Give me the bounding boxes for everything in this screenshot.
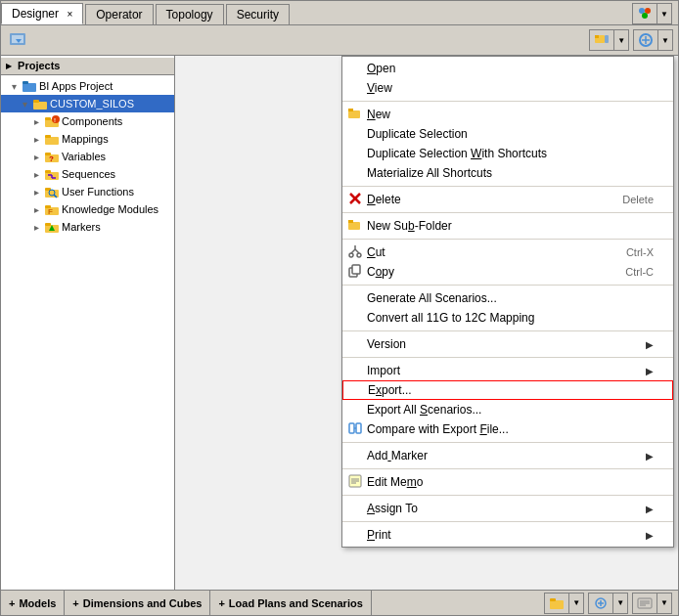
svg-rect-41 xyxy=(348,109,353,111)
menu-item-version[interactable]: Version ▶ xyxy=(342,334,673,354)
bottom-right-btn-3[interactable]: ▼ xyxy=(632,593,672,614)
menu-separator-7 xyxy=(342,357,673,358)
delete-icon xyxy=(347,192,363,208)
svg-text:?: ? xyxy=(49,154,54,163)
svg-rect-20 xyxy=(45,137,59,145)
menu-separator-5 xyxy=(342,285,673,286)
menu-item-view[interactable]: View xyxy=(342,78,673,98)
close-designer-tab[interactable]: × xyxy=(67,9,72,20)
menu-item-open[interactable]: Open xyxy=(342,59,673,78)
svg-point-47 xyxy=(357,253,361,257)
menu-item-generate-scenarios[interactable]: Generate All Scenarios... xyxy=(342,288,673,308)
tree-item-knowledge-modules[interactable]: ▸ F Knowledge Modules xyxy=(1,200,174,218)
svg-rect-38 xyxy=(45,223,51,226)
toolbar-dropdown-btn-1[interactable]: ▼ xyxy=(632,3,672,24)
menu-item-export[interactable]: Export... xyxy=(342,380,673,400)
bottom-right-btn-1[interactable]: ▼ xyxy=(544,593,584,614)
knowledge-modules-icon: F xyxy=(44,201,60,217)
chevron-down-icon[interactable]: ▼ xyxy=(657,4,671,23)
svg-rect-13 xyxy=(23,81,28,84)
toolbar-dropdown-btn-2[interactable]: ▼ xyxy=(633,29,673,51)
submenu-arrow-assign: ▶ xyxy=(646,504,654,514)
tree-item-markers[interactable]: ▸ Markers xyxy=(1,218,174,236)
context-menu: Open View New xyxy=(341,56,674,548)
menu-separator-11 xyxy=(342,521,673,522)
menu-separator-6 xyxy=(342,330,673,331)
menu-item-export-all-scenarios[interactable]: Export All Scenarios... xyxy=(342,400,673,419)
bottom-right-btn-2[interactable]: ▼ xyxy=(588,593,628,614)
main-window: Designer × Operator Topology Security xyxy=(0,0,679,616)
copy-icon xyxy=(347,264,363,281)
new-object-btn[interactable]: ▼ xyxy=(589,29,629,51)
svg-rect-17 xyxy=(45,117,51,120)
menu-item-assign-to[interactable]: Assign To ▶ xyxy=(342,499,673,518)
menu-item-compare-export[interactable]: Compare with Export File... xyxy=(342,419,673,439)
tree-item-mappings[interactable]: ▸ Mappings xyxy=(1,130,174,148)
tab-bar: Designer × Operator Topology Security xyxy=(1,1,678,25)
content-area: ▸ Projects ▾ BI Apps Project xyxy=(1,56,678,590)
svg-point-1 xyxy=(645,8,651,14)
main-toolbar: ▼ ▼ xyxy=(1,25,678,56)
tree-item-components[interactable]: ▸ ! Components xyxy=(1,112,174,130)
menu-item-print[interactable]: Print ▶ xyxy=(342,525,673,545)
compare-icon xyxy=(347,421,363,438)
mappings-folder-icon xyxy=(44,131,60,147)
tree-item-custom-silos[interactable]: ▾ CUSTOM_SILOS xyxy=(1,95,174,112)
menu-item-delete[interactable]: Delete Delete xyxy=(342,190,673,209)
tree-item-project[interactable]: ▾ BI Apps Project xyxy=(1,77,174,95)
svg-rect-54 xyxy=(356,423,361,433)
toolbar-icon-1[interactable] xyxy=(6,28,29,52)
chevron-down-icon-5[interactable]: ▼ xyxy=(613,594,627,613)
menu-item-cut[interactable]: Cut Ctrl-X xyxy=(342,242,673,262)
bottom-dimensions[interactable]: + Dimensions and Cubes xyxy=(65,591,210,615)
projects-header: ▸ Projects xyxy=(1,58,174,75)
svg-point-2 xyxy=(642,13,648,19)
svg-rect-61 xyxy=(550,598,556,601)
menu-item-new[interactable]: New xyxy=(342,105,673,124)
tab-topology[interactable]: Topology xyxy=(156,4,224,24)
markers-icon xyxy=(44,219,60,235)
cut-icon xyxy=(347,244,363,261)
menu-item-import[interactable]: Import ▶ xyxy=(342,361,673,380)
tab-security[interactable]: Security xyxy=(226,4,290,24)
menu-separator-2 xyxy=(342,186,673,187)
menu-item-edit-memo[interactable]: Edit Memo xyxy=(342,472,673,492)
user-functions-icon xyxy=(44,184,60,199)
tab-operator[interactable]: Operator xyxy=(85,4,153,24)
svg-point-0 xyxy=(639,8,645,14)
svg-rect-44 xyxy=(348,222,360,230)
svg-line-48 xyxy=(351,249,355,253)
chevron-down-icon-3[interactable]: ▼ xyxy=(658,30,672,50)
tree-item-user-functions[interactable]: ▸ User Functions xyxy=(1,183,174,200)
menu-separator-3 xyxy=(342,212,673,213)
tab-designer[interactable]: Designer × xyxy=(1,3,83,24)
svg-rect-30 xyxy=(45,190,59,198)
svg-rect-7 xyxy=(595,35,599,38)
menu-item-add-marker[interactable]: Add Marker ▶ xyxy=(342,446,673,465)
bottom-models[interactable]: + Models xyxy=(1,591,65,615)
submenu-arrow-import: ▶ xyxy=(646,366,654,376)
svg-rect-26 xyxy=(45,170,51,173)
project-icon xyxy=(22,78,37,94)
tree-item-variables[interactable]: ▸ ? Variables xyxy=(1,148,174,165)
menu-item-copy[interactable]: Copy Ctrl-C xyxy=(342,262,673,282)
svg-line-49 xyxy=(355,249,359,253)
chevron-down-icon-2[interactable]: ▼ xyxy=(614,30,628,50)
plus-icon-models: + xyxy=(9,597,15,609)
menu-item-convert[interactable]: Convert all 11G to 12C Mapping xyxy=(342,308,673,328)
svg-rect-14 xyxy=(33,102,47,110)
subfolder-icon xyxy=(347,219,363,234)
bottom-panel: + Models + Dimensions and Cubes + Load P… xyxy=(1,590,678,615)
menu-item-new-subfolder[interactable]: New Sub-Folder xyxy=(342,216,673,236)
bottom-load-plans[interactable]: + Load Plans and Scenarios xyxy=(210,591,371,615)
menu-item-duplicate[interactable]: Duplicate Selection xyxy=(342,124,673,144)
menu-item-materialize[interactable]: Materialize All Shortcuts xyxy=(342,163,673,183)
menu-item-duplicate-shortcuts[interactable]: Duplicate Selection With Shortcuts xyxy=(342,144,673,163)
plus-icon-dimensions: + xyxy=(72,597,78,609)
tree-item-sequences[interactable]: ▸ Sequences xyxy=(1,165,174,183)
svg-rect-45 xyxy=(348,220,353,223)
chevron-down-icon-6[interactable]: ▼ xyxy=(657,594,671,613)
svg-text:F: F xyxy=(48,207,53,216)
chevron-down-icon-4[interactable]: ▼ xyxy=(569,594,583,613)
svg-rect-12 xyxy=(23,83,36,92)
